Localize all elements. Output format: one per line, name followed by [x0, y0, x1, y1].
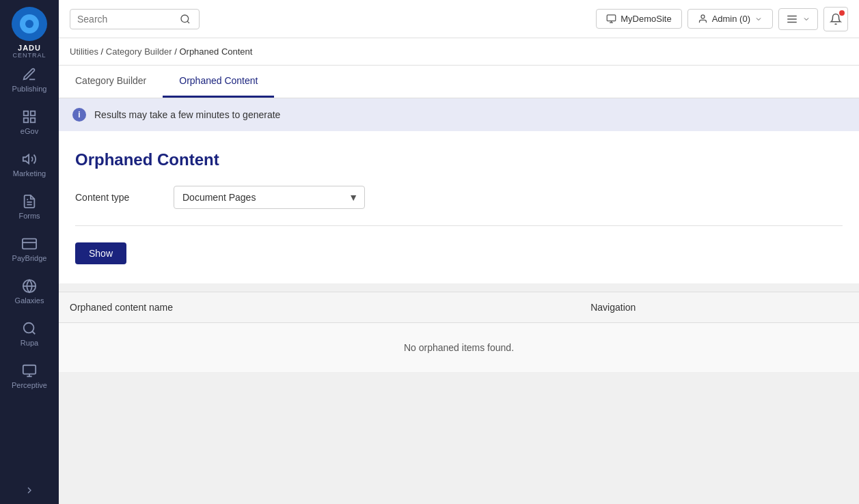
- paybridge-icon: [22, 236, 37, 251]
- perceptive-icon: [22, 363, 37, 378]
- breadcrumb-current: Orphaned Content: [179, 46, 252, 57]
- sidebar-item-label-paybridge: PayBridge: [12, 254, 47, 262]
- svg-point-11: [24, 323, 34, 333]
- info-icon: i: [72, 108, 86, 122]
- divider: [75, 225, 843, 226]
- sidebar-item-label-egov: eGov: [21, 127, 38, 135]
- notification-button[interactable]: [823, 7, 848, 31]
- sidebar: JADU CENTRAL Publishing eGov Marketing F…: [0, 0, 59, 504]
- col-header-name: Orphaned content name: [59, 292, 580, 323]
- svg-rect-13: [23, 365, 36, 374]
- site-label: MyDemoSite: [621, 14, 671, 24]
- globe-icon: [606, 14, 616, 24]
- breadcrumb-utilities[interactable]: Utilities: [70, 46, 98, 57]
- empty-message: No orphaned items found.: [59, 323, 859, 373]
- content-type-row: Content type Document Pages Pages News E…: [75, 186, 843, 209]
- chevron-right-icon: [24, 485, 35, 496]
- sidebar-item-forms[interactable]: Forms: [0, 186, 59, 228]
- sidebar-expand-button[interactable]: [0, 477, 59, 504]
- notification-badge: [839, 10, 845, 16]
- sidebar-item-galaxies[interactable]: Galaxies: [0, 270, 59, 313]
- forms-icon: [22, 194, 37, 209]
- sidebar-item-marketing[interactable]: Marketing: [0, 143, 59, 186]
- card-title: Orphaned Content: [75, 150, 843, 169]
- svg-rect-2: [24, 118, 28, 122]
- col-header-navigation: Navigation: [580, 292, 859, 323]
- chevron-down-icon: [754, 15, 763, 23]
- app-name: JADU: [18, 44, 41, 52]
- tab-category-builder[interactable]: Category Builder: [59, 66, 163, 98]
- empty-row: No orphaned items found.: [59, 323, 859, 373]
- svg-marker-4: [23, 155, 29, 164]
- tabs: Category Builder Orphaned Content: [59, 66, 859, 98]
- sidebar-item-label-rupa: Rupa: [21, 339, 38, 347]
- svg-rect-18: [607, 15, 616, 21]
- tab-orphaned-content[interactable]: Orphaned Content: [163, 66, 274, 98]
- publishing-icon: [22, 67, 37, 82]
- sidebar-item-label-marketing: Marketing: [13, 169, 46, 178]
- chevron-down-icon-menu: [802, 15, 810, 23]
- sidebar-item-label-perceptive: Perceptive: [12, 381, 47, 389]
- admin-button[interactable]: Admin (0): [687, 9, 773, 29]
- svg-rect-1: [31, 111, 35, 115]
- marketing-icon: [22, 152, 37, 167]
- orphaned-content-card: Orphaned Content Content type Document P…: [59, 131, 859, 283]
- header: MyDemoSite Admin (0): [59, 0, 859, 38]
- sidebar-item-label-publishing: Publishing: [12, 85, 47, 93]
- sidebar-item-publishing[interactable]: Publishing: [0, 59, 59, 101]
- rupa-icon: [22, 321, 37, 336]
- main-content: MyDemoSite Admin (0): [59, 0, 859, 504]
- header-actions: MyDemoSite Admin (0): [596, 7, 848, 31]
- sidebar-item-egov[interactable]: eGov: [0, 101, 59, 143]
- admin-label: Admin (0): [712, 14, 750, 24]
- svg-line-17: [187, 21, 189, 23]
- sidebar-item-paybridge[interactable]: PayBridge: [0, 228, 59, 270]
- sidebar-item-label-forms: Forms: [18, 212, 40, 220]
- sidebar-item-rupa[interactable]: Rupa: [0, 313, 59, 355]
- content-type-select-wrapper: Document Pages Pages News Events ▼: [174, 186, 365, 209]
- content-area: i Results may take a few minutes to gene…: [59, 98, 859, 504]
- search-icon: [180, 14, 191, 25]
- site-selector-button[interactable]: MyDemoSite: [596, 9, 681, 29]
- person-icon: [698, 14, 708, 24]
- svg-line-12: [32, 331, 35, 334]
- breadcrumb-category-builder[interactable]: Category Builder: [106, 46, 172, 57]
- menu-icon: [786, 13, 798, 25]
- svg-point-16: [181, 15, 189, 23]
- info-banner: i Results may take a few minutes to gene…: [59, 98, 859, 131]
- galaxies-icon: [22, 279, 37, 294]
- svg-point-21: [701, 15, 705, 18]
- svg-rect-3: [31, 118, 35, 122]
- logo[interactable]: JADU CENTRAL: [0, 0, 59, 59]
- menu-button[interactable]: [778, 8, 818, 30]
- search-box[interactable]: [70, 9, 200, 29]
- sidebar-item-label-galaxies: Galaxies: [15, 296, 44, 305]
- app-sub: CENTRAL: [12, 52, 46, 59]
- results-table: Orphaned content name Navigation No orph…: [59, 292, 859, 373]
- breadcrumb: Utilities / Category Builder / Orphaned …: [59, 38, 859, 66]
- svg-rect-7: [23, 239, 36, 249]
- info-message: Results may take a few minutes to genera…: [94, 109, 280, 120]
- content-type-select[interactable]: Document Pages Pages News Events: [174, 186, 365, 209]
- egov-icon: [22, 109, 37, 124]
- show-button[interactable]: Show: [75, 242, 126, 264]
- search-input[interactable]: [77, 14, 180, 25]
- results-card: Orphaned content name Navigation No orph…: [59, 292, 859, 373]
- sidebar-item-perceptive[interactable]: Perceptive: [0, 355, 59, 397]
- svg-rect-0: [24, 111, 28, 115]
- content-type-label: Content type: [75, 192, 157, 203]
